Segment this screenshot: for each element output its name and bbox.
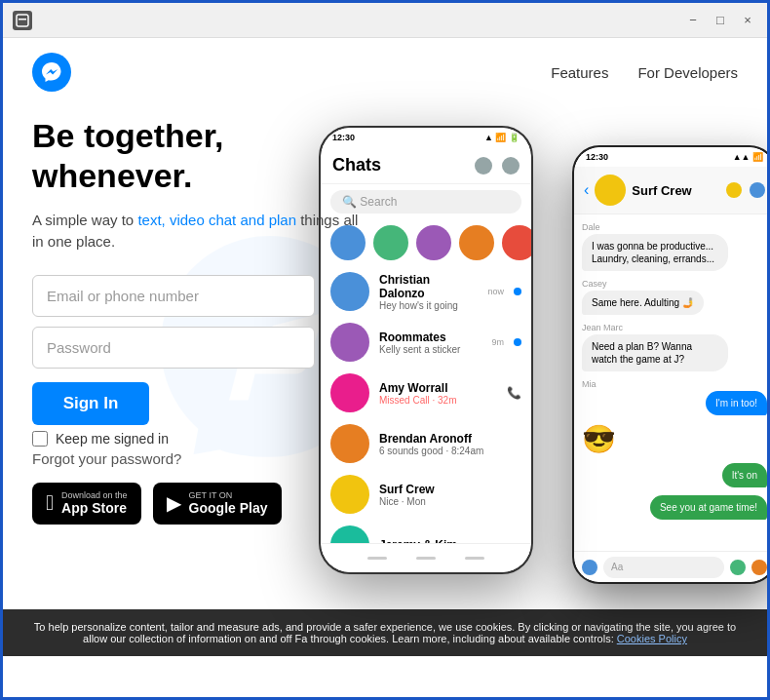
- hero-section: Be together, whenever. A simple way to t…: [3, 106, 767, 534]
- maximize-button[interactable]: □: [711, 11, 730, 30]
- keep-signed-in-label: Keep me signed in: [56, 431, 169, 447]
- msg-bubble-sent: I'm in too!: [706, 391, 767, 415]
- chat-time: now: [487, 287, 504, 296]
- phone-call-icon: [726, 182, 742, 198]
- phone-area: 12:30 ▲▲ 📶 ‹ Surf Crew: [299, 106, 767, 652]
- nav-dot: [465, 557, 484, 560]
- chat-info: Surf Crew Nice · Mon: [379, 483, 521, 507]
- top-nav: Features For Developers: [3, 38, 767, 106]
- google-play-large-text: Google Play: [189, 500, 268, 517]
- message-row: See you at game time!: [582, 495, 767, 520]
- phone-2-screen: 12:30 ▲▲ 📶 ‹ Surf Crew: [574, 147, 767, 582]
- compose-icon: [502, 157, 520, 175]
- message-row: Casey Same here. Adulting 🤳: [582, 279, 767, 315]
- conv-avatar: [595, 175, 626, 206]
- chat-avatar: [330, 525, 369, 543]
- chat-preview: Missed Call · 32m: [379, 395, 497, 406]
- messenger-logo: [32, 53, 71, 92]
- svg-rect-0: [17, 15, 28, 26]
- title-bar-controls: − □ ×: [683, 11, 757, 30]
- chat-info: Amy Worrall Missed Call · 32m: [379, 381, 497, 406]
- developers-link[interactable]: For Developers: [637, 64, 738, 81]
- chat-name: Surf Crew: [379, 483, 521, 496]
- msg-bubble-green: It's on: [722, 463, 767, 487]
- msg-sender: Mia: [582, 379, 767, 389]
- close-button[interactable]: ×: [738, 11, 757, 30]
- message-input-bar: Aa: [574, 551, 767, 582]
- chat-name: Amy Worrall: [379, 381, 497, 395]
- phone-icon: 📞: [507, 386, 521, 400]
- chat-preview: 6 sounds good · 8:24am: [379, 446, 521, 456]
- keep-signed-in-checkbox[interactable]: [32, 431, 48, 447]
- forgot-password-link[interactable]: Forgot your password?: [32, 450, 364, 467]
- phone-bottom-nav: [321, 543, 531, 572]
- thumbs-icon: [751, 560, 767, 575]
- msg-sender: Casey: [582, 279, 767, 289]
- story-avatar: [459, 225, 494, 260]
- title-bar-left: [13, 11, 32, 30]
- unread-dot: [514, 288, 521, 295]
- chat-name: Brendan Aronoff: [379, 432, 521, 446]
- back-icon: ‹: [584, 181, 589, 199]
- google-play-icon: ▶: [167, 493, 181, 513]
- video-call-icon: [750, 182, 765, 198]
- main-content: Features For Developers Be together, whe…: [3, 38, 767, 656]
- store-buttons:  Download on the App Store ▶ GET IT ON …: [32, 483, 364, 525]
- app-store-text: Download on the App Store: [61, 490, 128, 518]
- features-link[interactable]: Features: [551, 64, 608, 81]
- window-icon: [13, 11, 32, 30]
- story-avatar: [373, 225, 408, 260]
- chat-preview: Kelly sent a sticker: [379, 344, 481, 355]
- signin-button[interactable]: Sign In: [32, 382, 149, 425]
- chat-info: Christian Dalonzo Hey how's it going: [379, 273, 478, 311]
- hero-title: Be together, whenever.: [32, 116, 364, 196]
- email-input[interactable]: [32, 275, 315, 317]
- password-input[interactable]: [32, 327, 315, 369]
- conversation-header: ‹ Surf Crew: [574, 167, 767, 214]
- app-store-small-text: Download on the: [61, 490, 128, 501]
- minimize-button[interactable]: −: [683, 11, 703, 30]
- unread-dot: [514, 338, 521, 346]
- google-play-button[interactable]: ▶ GET IT ON Google Play: [153, 483, 282, 525]
- apple-icon: : [46, 492, 54, 514]
- chat-name: Christian Dalonzo: [379, 273, 478, 300]
- chat-preview: Hey how's it going: [379, 300, 478, 311]
- keep-signed-in-row: Keep me signed in: [32, 431, 364, 447]
- phone2-status-icons: ▲▲ 📶: [733, 152, 763, 162]
- phone2-status-bar: 12:30 ▲▲ 📶: [574, 147, 767, 167]
- nav-links: Features For Developers: [551, 64, 738, 81]
- subtitle-highlight: text, video chat and plan: [137, 212, 296, 228]
- story-avatar: [502, 225, 531, 260]
- app-store-large-text: App Store: [61, 500, 128, 517]
- conv-icons: [726, 182, 765, 198]
- nav-dot: [367, 557, 387, 560]
- app-store-button[interactable]:  Download on the App Store: [32, 483, 141, 525]
- title-bar: − □ ×: [3, 3, 767, 38]
- msg-bubble-green: See you at game time!: [650, 495, 767, 520]
- message-row: Dale I was gonna be productive... Laundr…: [582, 222, 767, 271]
- chat-info: Brendan Aronoff 6 sounds good · 8:24am: [379, 432, 521, 456]
- emoji-message: 😎: [582, 423, 616, 455]
- messages-area: Dale I was gonna be productive... Laundr…: [574, 214, 767, 551]
- google-play-small-text: GET IT ON: [189, 490, 268, 501]
- phone-2: 12:30 ▲▲ 📶 ‹ Surf Crew: [572, 145, 767, 584]
- google-play-text: GET IT ON Google Play: [189, 490, 268, 518]
- emoji-icon: [730, 560, 746, 575]
- hero-subtitle: A simple way to text, video chat and pla…: [32, 210, 364, 253]
- message-row: 😎: [582, 423, 767, 455]
- attach-icon: [582, 560, 597, 575]
- subtitle-part1: A simple way to: [32, 212, 137, 228]
- phone1-status-icons: ▲ 📶 🔋: [484, 133, 520, 142]
- svg-rect-1: [19, 19, 26, 20]
- msg-sender: Jean Marc: [582, 323, 767, 332]
- hero-left: Be together, whenever. A simple way to t…: [32, 116, 364, 525]
- phone2-time: 12:30: [586, 152, 608, 162]
- msg-bubble-received: Need a plan B? Wanna watch the game at J…: [582, 334, 728, 371]
- message-row: Jean Marc Need a plan B? Wanna watch the…: [582, 323, 767, 371]
- story-avatar: [416, 225, 451, 260]
- message-row: Mia I'm in too!: [582, 379, 767, 415]
- camera-icon: [475, 157, 492, 175]
- message-input-field[interactable]: Aa: [603, 557, 724, 578]
- conv-name: Surf Crew: [632, 183, 720, 198]
- msg-bubble-received: Same here. Adulting 🤳: [582, 291, 704, 315]
